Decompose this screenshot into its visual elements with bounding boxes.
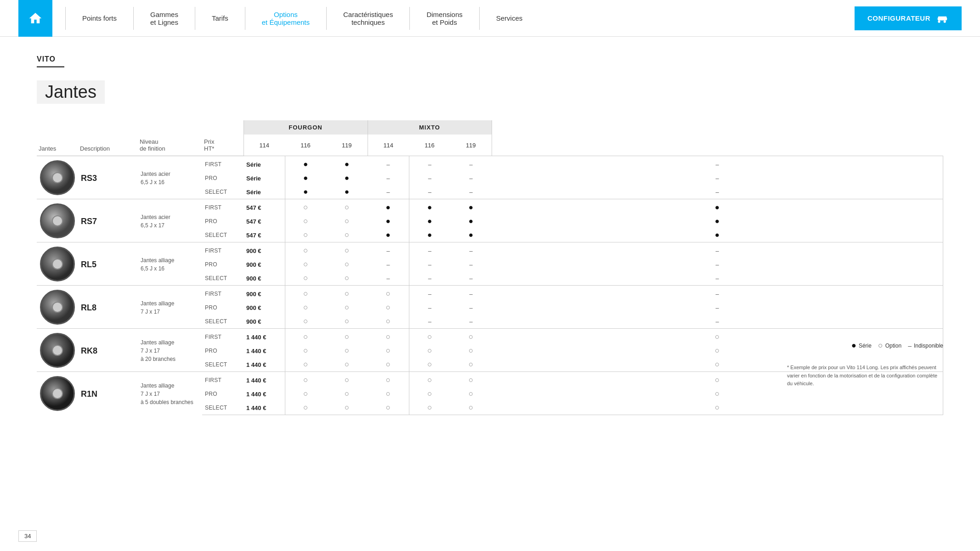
fourgon-val: ● (285, 156, 326, 172)
mixto-val: ○ (450, 329, 492, 344)
nav-item-tarifs[interactable]: Tarifs (208, 14, 232, 22)
fourgon-val: ○ (368, 329, 409, 344)
fourgon-val: ○ (326, 258, 368, 271)
legend-indispo-label: Indisponible (914, 343, 943, 349)
price-cell: 900 € (244, 271, 285, 286)
wheel-name-rk8: RK8 (78, 329, 138, 372)
mixto-val: – (492, 242, 943, 258)
legend-dash: – (908, 342, 912, 349)
mixto-119: 119 (450, 135, 492, 156)
nav-divider-5 (326, 7, 327, 30)
nav-item-gammes[interactable]: Gammes et Lignes (147, 11, 182, 26)
price-cell: 547 € (244, 214, 285, 228)
mixto-val: ● (492, 214, 943, 228)
fourgon-val: ○ (285, 258, 326, 271)
level-cell: SELECT (202, 228, 244, 242)
mixto-val: ● (409, 228, 450, 242)
price-cell: 900 € (244, 301, 285, 315)
level-cell: FIRST (202, 199, 244, 215)
home-button[interactable] (18, 0, 52, 37)
mixto-val: – (450, 185, 492, 199)
price-cell: 1 440 € (244, 372, 285, 388)
level-cell: FIRST (202, 372, 244, 388)
fourgon-val: ○ (285, 286, 326, 301)
header-group-row: FOURGON MIXTO (37, 120, 943, 135)
configurateur-button[interactable]: CONFIGURATEUR (855, 6, 962, 30)
col-jantes: Jantes (37, 135, 78, 156)
legend-serie-label: Série (859, 343, 872, 349)
fourgon-val: ○ (285, 358, 326, 372)
mixto-val: ○ (450, 358, 492, 372)
fourgon-val: – (368, 242, 409, 258)
fourgon-116: 116 (285, 135, 326, 156)
fourgon-val: ● (368, 214, 409, 228)
level-cell: SELECT (202, 401, 244, 415)
mixto-val: ● (450, 199, 492, 215)
mixto-val: ○ (409, 344, 450, 358)
wheel-name-r1n: R1N (78, 372, 138, 415)
table-row: RL5Jantes alliage 6,5 J x 16FIRST900 €○○… (37, 242, 943, 258)
fourgon-val: ○ (368, 315, 409, 329)
price-cell: 900 € (244, 286, 285, 301)
fourgon-val: ○ (326, 372, 368, 388)
mixto-val: – (409, 258, 450, 271)
fourgon-val: – (368, 171, 409, 185)
wheel-name-rl5: RL5 (78, 242, 138, 286)
fourgon-val: ○ (285, 387, 326, 401)
mixto-val: – (492, 156, 943, 172)
nav-item-options[interactable]: Options et Équipements (258, 11, 313, 26)
price-cell: Série (244, 171, 285, 185)
price-cell: 1 440 € (244, 401, 285, 415)
fourgon-val: ○ (368, 301, 409, 315)
fourgon-val: ○ (285, 372, 326, 388)
fourgon-114: 114 (244, 135, 285, 156)
mixto-val: – (450, 156, 492, 172)
nav-item-caract[interactable]: Caractéristiques techniques (340, 11, 397, 26)
main-content: VITO Jantes FOURGON MIXTO Jantes Descrip… (0, 37, 980, 443)
fourgon-val: ○ (326, 214, 368, 228)
level-cell: PRO (202, 387, 244, 401)
fourgon-val: ○ (326, 228, 368, 242)
nav-item-dimensions[interactable]: Dimensions et Poids (423, 11, 466, 26)
nav-divider-4 (245, 7, 245, 30)
mixto-val: – (492, 185, 943, 199)
legend-indispo: – Indisponible (908, 342, 943, 349)
level-cell: SELECT (202, 185, 244, 199)
fourgon-val: ○ (285, 329, 326, 344)
mixto-val: – (409, 242, 450, 258)
nav-item-points-forts[interactable]: Points forts (79, 14, 120, 22)
price-cell: 1 440 € (244, 387, 285, 401)
level-cell: SELECT (202, 358, 244, 372)
price-cell: 547 € (244, 199, 285, 215)
mixto-val: – (450, 271, 492, 286)
fourgon-119: 119 (326, 135, 368, 156)
wheel-desc-rk8: Jantes alliage 7 J x 17 à 20 branches (138, 329, 202, 372)
nav-item-services[interactable]: Services (493, 14, 527, 22)
mixto-val: – (409, 171, 450, 185)
price-cell: 1 440 € (244, 358, 285, 372)
mixto-val: ○ (450, 387, 492, 401)
mixto-val: – (492, 286, 943, 301)
mixto-val: ○ (409, 358, 450, 372)
fourgon-val: ○ (285, 401, 326, 415)
fourgon-val: – (368, 271, 409, 286)
fourgon-val: ○ (285, 228, 326, 242)
fourgon-val: ○ (326, 358, 368, 372)
level-cell: PRO (202, 344, 244, 358)
car-icon (936, 14, 949, 23)
fourgon-val: ○ (285, 199, 326, 215)
legend-option-label: Option (885, 343, 901, 349)
col-niveau: Niveaude finition (138, 135, 202, 156)
fourgon-val: ○ (368, 372, 409, 388)
page-title: VITO (37, 55, 943, 63)
mixto-val: ○ (450, 401, 492, 415)
mixto-val: – (492, 258, 943, 271)
mixto-val: – (450, 315, 492, 329)
mixto-val: – (409, 271, 450, 286)
fourgon-val: ○ (368, 387, 409, 401)
nav-divider-3 (195, 7, 195, 30)
mixto-val: – (492, 271, 943, 286)
mixto-val: – (409, 315, 450, 329)
level-cell: FIRST (202, 156, 244, 172)
fourgon-val: ○ (326, 271, 368, 286)
